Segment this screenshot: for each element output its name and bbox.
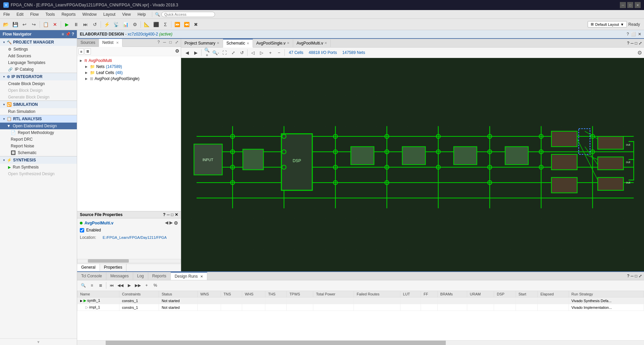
nav-item-report-noise[interactable]: Report Noise xyxy=(0,143,77,149)
tab-netlist[interactable]: Netlist ✕ xyxy=(99,39,122,47)
io-button[interactable]: ⬛ xyxy=(152,20,160,28)
tree-root-item[interactable]: ▶ R AvgPoolMulti xyxy=(78,58,179,64)
prop-enabled-checkbox[interactable] xyxy=(80,228,84,232)
table-row[interactable]: ▷ impl_1 constrs_1 Not started xyxy=(77,304,644,311)
panel-expand-icon[interactable]: ⤢ xyxy=(174,40,179,46)
restart-button[interactable]: ↺ xyxy=(91,20,99,28)
sch-add-button[interactable]: + xyxy=(266,49,274,56)
sch-cells-count[interactable]: 47 Cells xyxy=(289,50,303,55)
report-button[interactable]: 📊 xyxy=(121,20,130,28)
bot-first-button[interactable]: ⏮ xyxy=(108,282,116,289)
bot-minimize-icon[interactable]: ─ xyxy=(631,274,634,278)
sch-tab-aps-close[interactable]: ✕ xyxy=(287,41,289,45)
step-button[interactable]: ⏭ xyxy=(81,20,90,28)
bot-run-all-button[interactable]: ▶▶ xyxy=(134,282,142,289)
bot-maximize-icon[interactable]: □ xyxy=(635,274,637,278)
quick-access-input[interactable] xyxy=(161,12,215,17)
minimize-button[interactable]: ─ xyxy=(620,2,626,8)
bot-tab-design-runs-close[interactable]: ✕ xyxy=(200,275,203,278)
panel-minimize-icon[interactable]: ─ xyxy=(162,40,167,46)
sch-tab-project-summary[interactable]: Project Summary ✕ xyxy=(181,40,223,47)
nav-item-settings[interactable]: ⚙ Settings xyxy=(0,46,77,53)
close-button[interactable]: ✕ xyxy=(635,2,641,8)
bot-tab-log[interactable]: Log xyxy=(133,272,148,280)
nav-item-create-block-design[interactable]: Create Block Design xyxy=(0,80,77,87)
bottom-horizontal-scrollbar[interactable] xyxy=(77,340,644,345)
backward-button[interactable]: ⏪ xyxy=(182,20,191,28)
layout-dropdown[interactable]: ⊞ Default Layout ▼ xyxy=(588,21,627,27)
run-button[interactable]: ▶ xyxy=(62,20,71,28)
nav-item-run-synthesis[interactable]: ▶ Run Synthesis xyxy=(0,164,77,170)
cross-button[interactable]: ✖ xyxy=(192,20,200,28)
sch-tab-avgpoolmulti[interactable]: AvgPoolMulti.v ✕ xyxy=(293,40,331,47)
menu-window[interactable]: Window xyxy=(79,10,100,18)
prop-prev-arrow[interactable]: ◀ xyxy=(165,220,168,226)
nav-item-language-templates[interactable]: Language Templates xyxy=(0,59,77,66)
undo-button[interactable]: ↩ xyxy=(20,20,29,28)
section-title-project-manager[interactable]: ▼ 🔨 PROJECT MANAGER xyxy=(0,38,77,46)
props-minimize-icon[interactable]: ─ xyxy=(167,212,170,217)
sch-back-button[interactable]: ◀ xyxy=(183,49,191,56)
nav-collapse-icon[interactable]: ≡ xyxy=(62,32,64,37)
nav-pin-icon[interactable]: 📌 xyxy=(65,32,70,37)
row-synth1-expand[interactable]: ▶ xyxy=(80,299,83,302)
sch-settings-icon[interactable]: ⚙ xyxy=(637,50,642,56)
sch-tab-ps-close[interactable]: ✕ xyxy=(217,41,219,45)
bot-search-button[interactable]: 🔍 xyxy=(79,282,87,289)
flash-button[interactable]: ⚡ xyxy=(102,20,111,28)
save-button[interactable]: 💾 xyxy=(11,20,19,28)
menu-tools[interactable]: Tools xyxy=(42,10,58,18)
tree-settings-icon[interactable]: ⚙ xyxy=(175,48,179,55)
sch-forward-button[interactable]: ▶ xyxy=(192,49,200,56)
menu-edit[interactable]: Edit xyxy=(13,10,27,18)
section-title-synthesis[interactable]: ▼ ⚡ SYNTHESIS xyxy=(0,156,77,164)
sch-refresh-button[interactable]: ↺ xyxy=(238,49,246,56)
settings-toolbar-button[interactable]: ⚙ xyxy=(130,20,139,28)
nav-item-open-elaborated-design[interactable]: ▼ Open Elaborated Design xyxy=(0,123,77,129)
props-help-icon[interactable]: ? xyxy=(163,212,165,217)
tree-collapse-all[interactable]: ≡ xyxy=(78,48,84,55)
sch-minus-button[interactable]: − xyxy=(275,49,283,56)
nav-item-schematic[interactable]: 🔲 Schematic xyxy=(0,149,77,156)
menu-layout[interactable]: Layout xyxy=(100,10,119,18)
menu-help[interactable]: Help xyxy=(134,10,149,18)
nav-item-ip-catalog[interactable]: 🔗 IP Catalog xyxy=(0,66,77,73)
copy-button[interactable]: 📋 xyxy=(41,20,50,28)
bot-collapse-button[interactable]: ≡ xyxy=(88,282,96,289)
panel-help-icon[interactable]: ? xyxy=(157,40,161,46)
design-help-icon[interactable]: ? xyxy=(627,32,629,37)
open-button[interactable]: 📂 xyxy=(1,20,10,28)
panel-maximize-icon[interactable]: □ xyxy=(168,40,173,46)
sigma-button[interactable]: Σ xyxy=(161,20,170,28)
maximize-button[interactable]: □ xyxy=(627,2,633,8)
nav-item-report-drc[interactable]: Report DRC xyxy=(0,136,77,143)
bot-expand-icon[interactable]: ⤢ xyxy=(639,274,642,278)
sch-fit-button[interactable]: ⛶ xyxy=(220,49,228,56)
prop-tab-general[interactable]: General xyxy=(77,264,100,271)
sch-help-icon[interactable]: ? xyxy=(627,41,630,46)
design-expand-icon[interactable]: ⬜ xyxy=(631,32,636,37)
delete-button[interactable]: ✕ xyxy=(51,20,59,28)
section-title-simulation[interactable]: ▼ 🔁 SIMULATION xyxy=(0,100,77,108)
props-maximize-icon[interactable]: □ xyxy=(171,212,173,217)
sch-tab-sch-close[interactable]: ✕ xyxy=(247,42,249,45)
bot-tab-design-runs[interactable]: Design Runs ✕ xyxy=(171,272,207,280)
bot-run-button[interactable]: ▶ xyxy=(125,282,133,289)
sch-zoom-out-button[interactable]: 🔍- xyxy=(212,49,220,56)
sch-tab-avgpoolsingle[interactable]: AvgPoolSingle.v ✕ xyxy=(253,40,293,47)
table-row[interactable]: ▶ ▶ synth_1 constrs_1 Not started xyxy=(77,297,644,304)
bot-tab-reports[interactable]: Reports xyxy=(148,272,171,280)
bot-tab-messages[interactable]: Messages xyxy=(106,272,133,280)
bot-add-run-button[interactable]: + xyxy=(143,282,151,289)
sch-ioports-count[interactable]: 48818 I/O Ports xyxy=(309,50,337,55)
props-horizontal-scrollbar[interactable] xyxy=(77,259,181,263)
sch-tab-schematic[interactable]: Schematic ✕ xyxy=(223,39,253,48)
bot-percent-button[interactable]: % xyxy=(151,282,159,289)
tree-expand-all[interactable]: ≣ xyxy=(85,48,91,55)
tab-sources[interactable]: Sources xyxy=(77,39,99,47)
bot-help-icon[interactable]: ? xyxy=(627,274,630,278)
menu-file[interactable]: File xyxy=(0,10,13,18)
sch-maximize-icon[interactable]: □ xyxy=(635,41,637,46)
constraint-button[interactable]: 📐 xyxy=(142,20,151,28)
design-close-icon[interactable]: ✕ xyxy=(638,32,641,37)
